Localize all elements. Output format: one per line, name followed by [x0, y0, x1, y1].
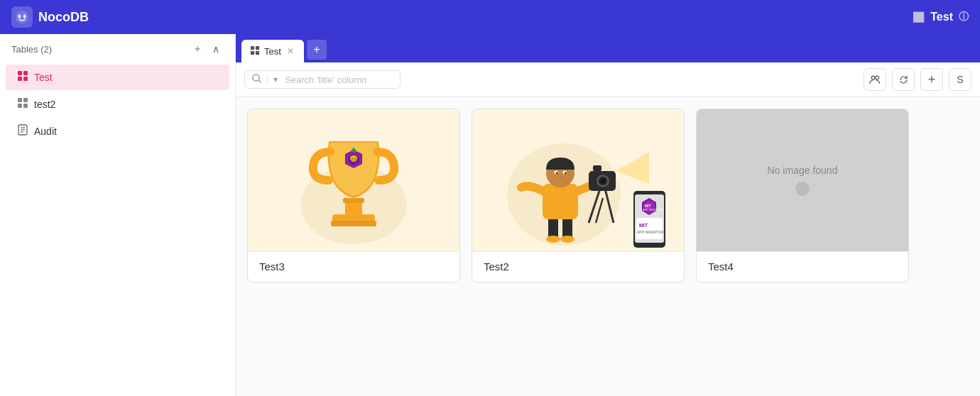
svg-point-34 — [352, 159, 356, 162]
gallery: Test3 — [236, 97, 980, 396]
tab-test[interactable]: Test ✕ — [241, 40, 304, 62]
svg-rect-42 — [543, 184, 578, 219]
grid-icon-2 — [17, 97, 28, 111]
add-tab-button[interactable]: + — [307, 40, 327, 60]
users-button[interactable] — [864, 68, 886, 91]
svg-rect-27 — [331, 221, 376, 226]
no-image-dot — [795, 182, 810, 196]
svg-point-1 — [18, 14, 21, 18]
app-logo[interactable]: NocoDB — [11, 6, 89, 28]
add-record-button[interactable]: + — [920, 68, 943, 91]
card-title-test2: Test2 — [484, 260, 509, 273]
sidebar-tables-header: Tables (2) ＋ ∧ — [0, 34, 235, 64]
svg-rect-8 — [23, 98, 28, 102]
tables-header-actions: ＋ ∧ — [190, 41, 224, 57]
svg-point-40 — [546, 236, 560, 243]
svg-text:APP INVENTOR: APP INVENTOR — [643, 208, 664, 211]
svg-text:APP INVENTOR: APP INVENTOR — [637, 230, 663, 234]
svg-rect-17 — [251, 50, 254, 54]
svg-point-47 — [565, 172, 567, 175]
card-image-test3 — [248, 109, 459, 251]
svg-point-46 — [556, 172, 558, 175]
sidebar-item-test-label: Test — [34, 72, 53, 83]
content-area: Test ✕ + ▾ Search 'title' column — [236, 34, 980, 396]
svg-rect-6 — [23, 77, 28, 81]
search-divider — [267, 75, 268, 84]
svg-rect-62 — [636, 218, 663, 239]
search-placeholder: Search 'title' column — [285, 75, 367, 85]
svg-rect-18 — [256, 50, 259, 54]
no-image-text: No image found — [768, 165, 838, 176]
sidebar-item-test2-label: test2 — [34, 99, 55, 110]
search-chevron-icon: ▾ — [273, 75, 278, 84]
logo-icon — [11, 6, 33, 28]
audit-icon — [17, 124, 28, 138]
audit-label: Audit — [34, 126, 57, 137]
tab-grid-icon — [250, 45, 260, 57]
search-icon — [252, 74, 261, 85]
tables-label: Tables (2) — [11, 44, 52, 55]
gallery-card-test3[interactable]: Test3 — [247, 109, 460, 282]
card-image-test4: No image found — [697, 109, 908, 251]
folder-icon: ⬜ — [913, 11, 925, 23]
svg-line-20 — [258, 80, 261, 82]
tab-label: Test — [264, 46, 281, 57]
svg-text:MIT: MIT — [639, 223, 648, 228]
card-title-test4: Test4 — [708, 260, 734, 273]
svg-rect-15 — [251, 45, 254, 49]
svg-rect-10 — [23, 104, 28, 108]
sidebar: Tables (2) ＋ ∧ Test — [0, 34, 236, 396]
tab-bar: Test ✕ + — [236, 34, 980, 62]
svg-rect-55 — [593, 165, 601, 171]
card-title-test3: Test3 — [259, 260, 285, 273]
card-body-test2: Test2 — [472, 251, 684, 282]
info-icon[interactable]: ⓘ — [959, 11, 969, 23]
svg-point-21 — [871, 76, 875, 79]
card-body-test4: Test4 — [697, 251, 908, 282]
grid-icon — [17, 70, 28, 84]
add-table-button[interactable]: ＋ — [190, 41, 205, 57]
card-image-test2: MIT APP INVENTOR MIT APP INVENTOR — [472, 109, 684, 251]
svg-point-22 — [876, 76, 879, 79]
topbar: NocoDB ⬜ Test ⓘ — [0, 0, 980, 34]
svg-rect-16 — [256, 45, 259, 49]
svg-rect-9 — [18, 104, 22, 108]
svg-rect-5 — [18, 77, 22, 81]
project-title: ⬜ Test ⓘ — [913, 11, 969, 23]
add-icon: + — [313, 43, 320, 56]
main-layout: Tables (2) ＋ ∧ Test — [0, 34, 980, 396]
save-button[interactable]: S — [949, 68, 971, 91]
gallery-card-test2[interactable]: MIT APP INVENTOR MIT APP INVENTOR Test2 — [472, 109, 685, 282]
app-name: NocoDB — [38, 10, 89, 25]
card-body-test3: Test3 — [248, 251, 459, 282]
toolbar: ▾ Search 'title' column + — [236, 62, 980, 97]
gallery-card-test4[interactable]: No image found Test4 — [696, 109, 909, 282]
tab-close-button[interactable]: ✕ — [285, 45, 295, 57]
search-bar[interactable]: ▾ Search 'title' column — [244, 70, 401, 89]
svg-rect-7 — [18, 98, 22, 102]
svg-rect-3 — [18, 71, 22, 75]
svg-point-54 — [601, 179, 605, 183]
svg-rect-25 — [343, 198, 364, 203]
sidebar-item-test[interactable]: Test — [6, 65, 229, 90]
svg-point-2 — [23, 14, 26, 18]
sidebar-item-audit[interactable]: Audit — [6, 119, 229, 144]
svg-rect-4 — [23, 71, 28, 75]
collapse-sidebar-button[interactable]: ∧ — [208, 41, 224, 57]
refresh-button[interactable] — [892, 68, 915, 91]
svg-point-41 — [560, 236, 575, 243]
sidebar-item-test2[interactable]: test2 — [6, 92, 229, 117]
svg-point-0 — [16, 11, 28, 23]
